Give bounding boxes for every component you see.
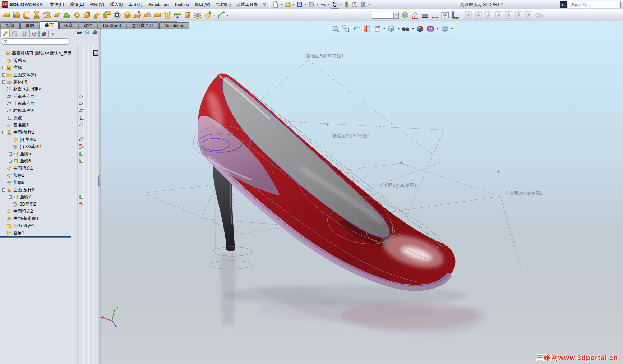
menu-item-插入(I)[interactable]: 插入(I) <box>107 0 125 9</box>
chevron-down-icon[interactable]: ▼ <box>280 3 283 6</box>
extruded-surface-button[interactable] <box>1 10 11 20</box>
line-thickness-button[interactable] <box>420 10 430 20</box>
tree-item[interactable]: (-) 3D草图1 <box>0 143 71 150</box>
tree-item[interactable]: +注解 <box>0 64 71 71</box>
tree-item[interactable]: -曲面-放样2 <box>0 186 71 193</box>
ruled-surface-button[interactable] <box>92 10 102 20</box>
search-input[interactable] <box>568 1 621 8</box>
tree-item[interactable]: 曲面-基准面1 <box>0 215 71 222</box>
expand-toggle-icon[interactable]: + <box>2 66 5 69</box>
open-document-button[interactable] <box>283 1 292 9</box>
expand-toggle-icon[interactable]: + <box>9 195 12 199</box>
tree-item[interactable]: 曲面-缝合1 <box>0 222 71 229</box>
menu-item-工具(T)[interactable]: 工具(T) <box>126 0 146 9</box>
menu-item-帮助(H)[interactable]: 帮助(H) <box>213 0 234 9</box>
instant3d-button[interactable] <box>203 10 213 20</box>
display-pane-plane-icon[interactable] <box>79 122 84 128</box>
planar-surface-button[interactable] <box>52 10 62 20</box>
layer-combo[interactable]: ▼ <box>372 12 399 19</box>
tab-特征[interactable]: 特征 <box>1 22 20 29</box>
display-pane-plane-icon[interactable] <box>79 108 84 113</box>
menu-item-文件(F)[interactable]: 文件(F) <box>47 0 67 9</box>
chevron-down-icon[interactable]: ▼ <box>437 28 439 30</box>
display-style-button[interactable] <box>387 24 396 33</box>
menu-item-窗口(W)[interactable]: 窗口(W) <box>192 0 213 9</box>
tree-item[interactable]: 右视基准面 <box>0 107 71 114</box>
configuration-manager-tab[interactable] <box>20 30 29 37</box>
chevron-down-icon[interactable]: ▼ <box>213 14 216 17</box>
menu-item-视图(V)[interactable]: 视图(V) <box>87 0 107 9</box>
expand-toggle-icon[interactable]: - <box>2 131 5 134</box>
model-canvas[interactable]: 基准面6@3D草图1基准面2@3D草图1基准面1@3D草图1基准面3@3D草图2… <box>101 21 623 364</box>
feature-manager-tab[interactable] <box>0 29 10 37</box>
menu-item-Simulation[interactable]: Simulation <box>146 0 171 9</box>
display-pane-plane-icon[interactable] <box>79 93 84 99</box>
knit-surface-button[interactable] <box>162 10 172 20</box>
untrim-surface-button[interactable] <box>152 10 162 20</box>
print-button[interactable] <box>307 1 315 9</box>
save-button[interactable] <box>295 1 304 9</box>
chevron-down-icon[interactable]: ▼ <box>304 3 306 6</box>
display-pane-curve-icon[interactable] <box>79 194 84 199</box>
property-manager-tab[interactable] <box>10 30 19 37</box>
chevron-down-icon[interactable]: ▼ <box>226 14 229 17</box>
zoom-to-fit-button[interactable] <box>331 24 340 33</box>
tree-item[interactable]: 加厚5 <box>0 179 71 186</box>
tree-item[interactable]: 曲面填充2 <box>0 208 71 215</box>
menu-item-编辑(E)[interactable]: 编辑(E) <box>67 0 87 9</box>
tree-item[interactable]: 高跟鞋练习 (默认<<默认>_显示状态 1>) <box>0 50 71 57</box>
tree-item[interactable]: +曲线6 <box>0 157 71 165</box>
tree-item[interactable]: 传感器 <box>0 57 71 64</box>
select-tool-button[interactable] <box>331 1 339 9</box>
chevron-down-icon[interactable]: ▼ <box>316 3 318 6</box>
display-pane-sk3d-icon[interactable] <box>79 201 84 207</box>
tab-Simulation[interactable]: Simulation <box>159 22 189 29</box>
chevron-down-icon[interactable]: ▼ <box>369 3 371 6</box>
expand-toggle-icon[interactable]: + <box>9 152 12 156</box>
new-document-button[interactable] <box>271 1 280 9</box>
tree-item[interactable]: (-) 草图6 <box>0 136 71 143</box>
options-button[interactable] <box>360 1 368 9</box>
thickened-cut-button[interactable] <box>183 10 193 20</box>
tree-item[interactable]: 上视基准面 <box>0 100 71 107</box>
tab-办公室产品[interactable]: 办公室产品 <box>127 22 158 29</box>
rebuild-button[interactable] <box>342 1 351 9</box>
expand-toggle-icon[interactable]: + <box>2 80 5 84</box>
view-orientation-button[interactable] <box>372 24 382 33</box>
tree-item[interactable]: -曲面-放样1 <box>0 129 71 136</box>
search-icon[interactable] <box>559 1 568 8</box>
tree-item[interactable]: 前视基准面 <box>0 93 71 100</box>
display-pane-sk3d-icon[interactable] <box>79 144 84 149</box>
collapse-pane-button[interactable]: « <box>50 30 56 37</box>
revolved-surface-button[interactable] <box>11 10 22 20</box>
delete-face-button[interactable] <box>112 10 122 20</box>
splitter-grip[interactable] <box>98 175 100 186</box>
display-pane-curve-icon[interactable] <box>79 151 84 156</box>
pin-icon[interactable] <box>261 1 268 8</box>
tree-item[interactable]: +曲面实体(2) <box>0 71 71 78</box>
file-properties-button[interactable] <box>351 1 360 9</box>
section-view-button[interactable] <box>362 24 372 33</box>
tree-item[interactable]: 加厚1 <box>0 172 71 179</box>
hide-show-items-button[interactable] <box>401 24 411 33</box>
tree-item[interactable]: +实体(2) <box>0 78 71 86</box>
display-pane-plane-icon[interactable] <box>79 101 84 106</box>
display-pane-curve-icon[interactable] <box>79 158 84 163</box>
tree-item[interactable]: 圆角1 <box>0 229 71 236</box>
tree-item[interactable]: 基准面1 <box>0 121 71 129</box>
freeform-button[interactable] <box>62 10 72 20</box>
fillet-surface-button[interactable] <box>102 10 112 20</box>
line-style-button[interactable] <box>430 10 440 20</box>
chevron-down-icon[interactable]: ▼ <box>328 3 330 6</box>
filter-input[interactable] <box>9 40 67 44</box>
filled-surface-button[interactable] <box>72 10 82 20</box>
chevron-down-icon[interactable]: ▼ <box>397 28 400 30</box>
chevron-down-icon[interactable]: ▼ <box>340 3 342 6</box>
cut-with-surface-button[interactable] <box>193 10 203 20</box>
chevron-down-icon[interactable]: ▼ <box>451 28 453 30</box>
tree-item[interactable]: +曲线5 <box>0 150 71 157</box>
edit-appearance-button[interactable] <box>415 24 425 33</box>
grid-settings-button[interactable] <box>450 10 460 20</box>
line-color-button[interactable] <box>410 10 420 20</box>
tree-item[interactable]: +曲线7 <box>0 193 71 201</box>
